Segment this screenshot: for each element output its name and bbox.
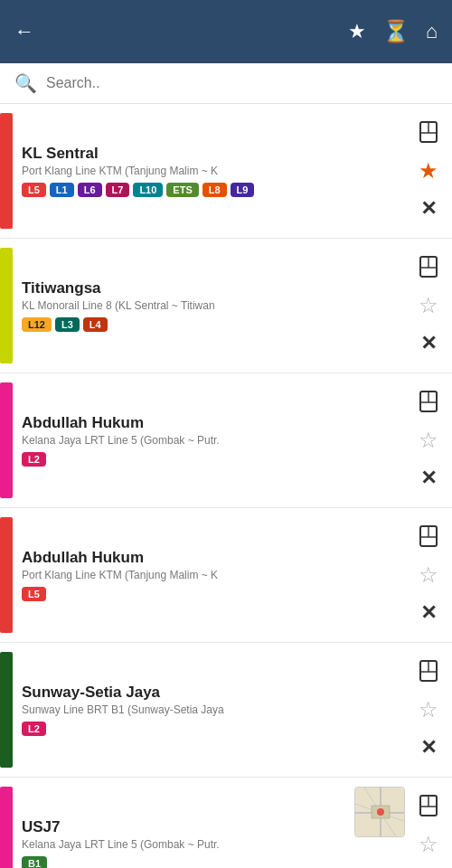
delete-button[interactable]: ✕ (412, 597, 445, 629)
item-tags: L5L1L6L7L10ETSL8L9 (22, 183, 398, 197)
item-subtitle: Kelana Jaya LRT Line 5 (Gombak ~ Putr. (22, 434, 284, 447)
tag: L8 (202, 183, 227, 197)
bookmark-icon[interactable] (412, 251, 445, 284)
tag: L1 (50, 183, 74, 197)
star-button[interactable]: ☆ (412, 693, 445, 726)
star-button[interactable]: ☆ (412, 424, 445, 457)
item-actions: ☆✕ (405, 787, 452, 868)
item-content: Sunway-Setia JayaSunway Line BRT B1 (Sun… (22, 652, 405, 768)
item-tags: L2 (22, 722, 398, 736)
list-item: TitiwangsaKL Monorail Line 8 (KL Sentral… (0, 239, 452, 373)
color-bar (0, 517, 13, 633)
tag: L6 (78, 183, 102, 197)
item-content: KL SentralPort Klang Line KTM (Tanjung M… (22, 113, 405, 229)
tag: L5 (22, 587, 46, 601)
delete-button[interactable]: ✕ (412, 462, 445, 495)
tag: L7 (106, 183, 130, 197)
tag: L12 (22, 317, 52, 332)
list-item: KL SentralPort Klang Line KTM (Tanjung M… (0, 104, 452, 239)
star-button[interactable]: ★ (412, 155, 445, 187)
tag: L5 (22, 183, 46, 197)
list-item: USJ7Kelana Jaya LRT Line 5 (Gombak ~ Put… (0, 778, 452, 868)
bookmark-icon[interactable] (412, 117, 445, 149)
star-button[interactable]: ☆ (412, 289, 445, 322)
item-actions: ☆✕ (405, 248, 452, 363)
delete-button[interactable]: ✕ (412, 193, 445, 225)
item-actions: ☆✕ (405, 517, 452, 633)
delete-button[interactable]: ✕ (412, 731, 445, 764)
search-input[interactable] (46, 75, 438, 91)
star-button[interactable]: ☆ (412, 559, 445, 591)
item-subtitle: Sunway Line BRT B1 (Sunway-Setia Jaya (22, 703, 284, 716)
tag: ETS (166, 183, 198, 197)
tag: L9 (231, 183, 255, 197)
tag: L2 (22, 452, 46, 467)
bookmark-icon[interactable] (412, 656, 445, 688)
history-icon[interactable]: ⏳ (382, 19, 410, 44)
header-icons: ★ ⏳ ⌂ (348, 19, 438, 44)
item-name: Titiwangsa (22, 279, 398, 297)
tag: B1 (22, 856, 47, 868)
list-item: Sunway-Setia JayaSunway Line BRT B1 (Sun… (0, 643, 452, 778)
item-subtitle: Kelana Jaya LRT Line 5 (Gombak ~ Putr. (22, 838, 284, 851)
item-content: Abdullah HukumKelana Jaya LRT Line 5 (Go… (22, 382, 405, 498)
color-bar (0, 248, 13, 363)
color-bar (0, 113, 13, 229)
item-name: Sunway-Setia Jaya (22, 684, 398, 702)
color-bar (0, 382, 13, 498)
item-content: TitiwangsaKL Monorail Line 8 (KL Sentral… (22, 248, 405, 363)
tag: L10 (133, 183, 163, 197)
svg-point-21 (377, 808, 384, 816)
tag: L4 (83, 317, 108, 332)
delete-button[interactable]: ✕ (412, 327, 445, 360)
tag: L2 (22, 722, 46, 736)
item-name: KL Sentral (22, 145, 398, 163)
item-name: Abdullah Hukum (22, 414, 398, 432)
list-wrapper: KL SentralPort Klang Line KTM (Tanjung M… (0, 104, 452, 868)
bookmark-icon[interactable] (412, 521, 445, 553)
item-content: USJ7Kelana Jaya LRT Line 5 (Gombak ~ Put… (22, 787, 354, 868)
item-actions: ☆✕ (405, 652, 452, 768)
item-name: USJ7 (22, 818, 347, 836)
item-subtitle: KL Monorail Line 8 (KL Sentral ~ Titiwan (22, 299, 284, 312)
back-button[interactable]: ← (14, 20, 34, 43)
item-name: Abdullah Hukum (22, 549, 398, 567)
header: ← ★ ⏳ ⌂ (0, 0, 452, 63)
favorites-icon[interactable]: ★ (348, 20, 366, 43)
item-actions: ★✕ (405, 113, 452, 229)
item-subtitle: Port Klang Line KTM (Tanjung Malim ~ K (22, 165, 284, 177)
item-content: Abdullah HukumPort Klang Line KTM (Tanju… (22, 517, 405, 633)
bookmark-icon[interactable] (412, 386, 445, 419)
color-bar (0, 787, 13, 868)
tag: L3 (55, 317, 80, 332)
item-tags: B1 (22, 856, 347, 868)
list-item: Abdullah HukumPort Klang Line KTM (Tanju… (0, 508, 452, 643)
item-tags: L2 (22, 452, 398, 467)
home-icon[interactable]: ⌂ (426, 20, 438, 43)
color-bar (0, 652, 13, 768)
search-icon: 🔍 (14, 72, 37, 94)
bookmark-icon[interactable] (412, 790, 445, 823)
search-history-list: KL SentralPort Klang Line KTM (Tanjung M… (0, 104, 452, 868)
list-item: Abdullah HukumKelana Jaya LRT Line 5 (Go… (0, 373, 452, 508)
item-actions: ☆✕ (405, 382, 452, 498)
search-bar: 🔍 (0, 63, 452, 104)
item-tags: L12L3L4 (22, 317, 398, 332)
map-thumbnail[interactable] (354, 787, 405, 837)
star-button[interactable]: ☆ (412, 828, 445, 861)
item-subtitle: Port Klang Line KTM (Tanjung Malim ~ K (22, 569, 284, 581)
item-tags: L5 (22, 587, 398, 601)
